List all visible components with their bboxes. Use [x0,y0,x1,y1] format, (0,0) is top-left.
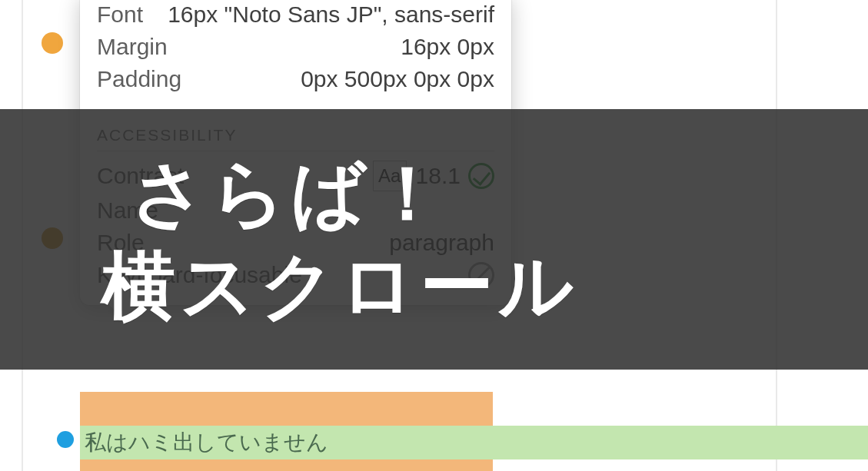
canvas: 私はハミ出していません Font 16px "Noto Sans JP", sa… [0,0,868,471]
bullet-icon [42,32,63,54]
font-value: 16px "Noto Sans JP", sans-serif [168,2,494,28]
content-text: 私はハミ出していません [85,428,328,457]
margin-label: Margin [97,34,168,60]
bullet-icon [57,431,74,448]
content-highlight: 私はハミ出していません [80,426,868,459]
overlay-line-2: 横スクロール [0,240,868,332]
font-label: Font [97,2,143,28]
margin-highlight-bottom [80,459,493,471]
margin-highlight [80,392,493,426]
margin-value: 16px 0px [401,34,494,60]
tooltip-row-margin: Margin 16px 0px [97,31,494,63]
padding-label: Padding [97,66,181,92]
overlay-line-1: さらば！ [0,148,868,240]
tooltip-row-padding: Padding 0px 500px 0px 0px [97,63,494,95]
padding-value: 0px 500px 0px 0px [301,66,494,92]
tooltip-row-font: Font 16px "Noto Sans JP", sans-serif [97,0,494,31]
title-overlay: さらば！ 横スクロール [0,109,868,370]
